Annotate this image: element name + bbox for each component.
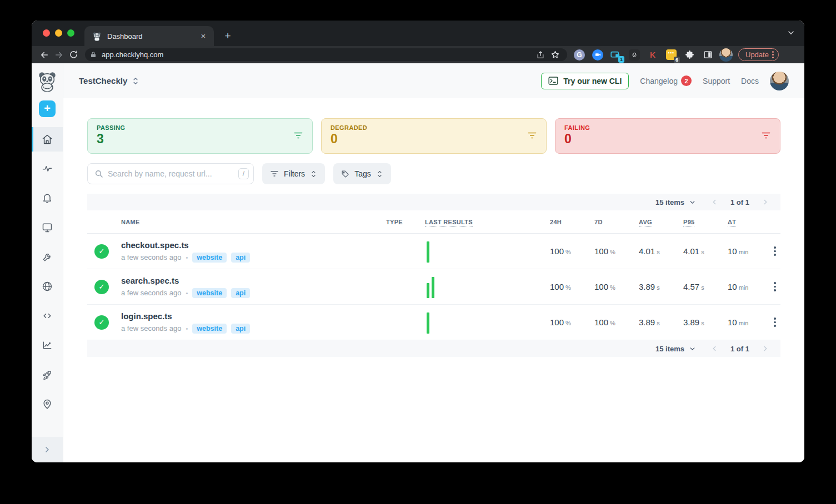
sidebar-item-maintenance-wrench[interactable]: [32, 245, 63, 269]
last-results-bars[interactable]: [425, 311, 550, 334]
table-row[interactable]: ✓ search.spec.ts a few seconds ago • web…: [87, 269, 780, 305]
failing-count: 0: [564, 132, 771, 147]
sidebar-item-activity[interactable]: [32, 157, 63, 181]
extensions-row: G 1 K ⋯ 6: [573, 48, 733, 62]
last-results-bars[interactable]: [425, 276, 550, 298]
table-row[interactable]: ✓ checkout.spec.ts a few seconds ago • w…: [87, 234, 780, 269]
degraded-card[interactable]: DEGRADED 0: [321, 118, 547, 154]
metric-p95: 4.01s: [683, 246, 728, 256]
next-page-button[interactable]: [762, 345, 769, 352]
screen-share-extension-icon[interactable]: 1: [609, 48, 623, 62]
column-last-results: LAST RESULTS: [425, 219, 550, 225]
close-window-button[interactable]: [43, 29, 50, 37]
metric-24h: 100%: [550, 282, 594, 292]
tag-website[interactable]: website: [192, 288, 227, 298]
metric-p95: 3.89s: [683, 317, 728, 327]
passing-card[interactable]: PASSING 3: [87, 118, 313, 154]
filter-funnel-icon: [527, 131, 537, 140]
chevrons-up-down-icon: [310, 170, 317, 178]
sidebar-item-getting-started-rocket[interactable]: [32, 362, 63, 387]
back-button[interactable]: [37, 48, 52, 62]
zoom-extension-icon[interactable]: [591, 48, 604, 62]
check-name-link[interactable]: checkout.spec.ts: [121, 240, 386, 250]
notes-extension-icon[interactable]: ⋯ 6: [664, 48, 678, 62]
sidebar-item-alerts-bell[interactable]: [32, 186, 63, 210]
account-switcher[interactable]: TestCheckly: [79, 76, 139, 85]
notes-badge: 6: [674, 57, 680, 63]
sidebar-item-home[interactable]: [32, 127, 63, 152]
zoom-window-button[interactable]: [67, 29, 74, 37]
try-cli-button[interactable]: Try our new CLI: [541, 73, 629, 89]
prev-page-button[interactable]: [710, 198, 718, 206]
search-icon: [94, 169, 103, 178]
tag-api[interactable]: api: [231, 288, 250, 298]
docs-link[interactable]: Docs: [741, 77, 759, 85]
extensions-puzzle-icon[interactable]: [683, 48, 696, 62]
filter-funnel-icon: [293, 131, 303, 140]
items-per-page-dropdown[interactable]: 15 items: [655, 198, 696, 206]
sidebar-expand-chevron[interactable]: [32, 437, 63, 462]
metric-dt: 10min: [728, 246, 769, 256]
browser-window: Dashboard × + app.checklyhq.com: [32, 21, 804, 462]
search-shortcut-key: /: [238, 168, 249, 179]
tag-website[interactable]: website: [192, 324, 227, 334]
tab-close-icon[interactable]: ×: [198, 31, 208, 41]
browser-profile-avatar[interactable]: [719, 48, 733, 62]
kagi-extension-icon[interactable]: K: [646, 48, 659, 62]
browser-tab-dashboard[interactable]: Dashboard ×: [84, 26, 214, 46]
sidebar-item-private-locations-globe[interactable]: [32, 274, 63, 299]
degraded-count: 0: [331, 132, 537, 147]
tab-search-chevron-icon[interactable]: [787, 28, 795, 37]
app-header: TestCheckly Try our new CLI Changelog 2 …: [63, 63, 804, 98]
row-menu-kebab[interactable]: [769, 282, 780, 291]
layers-extension-icon[interactable]: [628, 48, 641, 62]
metric-avg: 3.89s: [639, 282, 683, 292]
side-panel-icon[interactable]: [701, 48, 714, 62]
bookmark-star-icon[interactable]: [548, 48, 562, 62]
tags-dropdown-button[interactable]: Tags: [333, 163, 391, 184]
table-row[interactable]: ✓ login.spec.ts a few seconds ago • webs…: [87, 305, 780, 340]
tag-api[interactable]: api: [231, 253, 250, 263]
filter-funnel-icon: [761, 131, 771, 140]
tag-api[interactable]: api: [231, 324, 250, 334]
forward-button[interactable]: [52, 48, 66, 62]
row-menu-kebab[interactable]: [769, 317, 780, 327]
sidebar-nav: [32, 127, 63, 421]
reload-button[interactable]: [66, 48, 81, 62]
status-passing-icon: ✓: [94, 244, 109, 259]
check-name-link[interactable]: search.spec.ts: [121, 276, 386, 285]
changelog-link[interactable]: Changelog 2: [640, 75, 692, 86]
tag-website[interactable]: website: [192, 253, 227, 263]
next-page-button[interactable]: [762, 198, 769, 206]
check-name-link[interactable]: login.spec.ts: [121, 311, 386, 321]
search-input[interactable]: [108, 169, 238, 178]
last-results-bars[interactable]: [425, 240, 550, 263]
lock-icon: [90, 51, 97, 58]
address-bar[interactable]: app.checklyhq.com: [85, 48, 567, 61]
passing-count: 3: [97, 132, 303, 147]
failing-card[interactable]: FAILING 0: [555, 118, 780, 154]
sidebar-item-snippets-code[interactable]: [32, 304, 63, 328]
prev-page-button[interactable]: [710, 345, 718, 352]
search-box[interactable]: /: [87, 163, 254, 184]
column-type: TYPE: [386, 219, 425, 225]
browser-menu-kebab-icon[interactable]: [772, 51, 774, 58]
sidebar-item-locations-pin[interactable]: [32, 392, 63, 416]
create-check-button[interactable]: +: [39, 100, 56, 117]
sidebar-item-dashboards-monitor[interactable]: [32, 215, 63, 240]
new-tab-button[interactable]: +: [221, 29, 235, 43]
items-per-page-dropdown[interactable]: 15 items: [655, 345, 696, 353]
grammarly-extension-icon[interactable]: G: [573, 48, 586, 62]
support-link[interactable]: Support: [703, 77, 730, 85]
checkly-logo[interactable]: [37, 70, 58, 92]
user-avatar[interactable]: [770, 72, 789, 90]
check-last-updated: a few seconds ago: [121, 253, 181, 261]
metric-avg: 3.89s: [639, 317, 683, 327]
share-icon[interactable]: [533, 48, 548, 62]
update-chrome-button[interactable]: Update: [738, 48, 779, 61]
filters-dropdown-button[interactable]: Filters: [262, 163, 325, 184]
minimize-window-button[interactable]: [55, 29, 62, 37]
row-menu-kebab[interactable]: [769, 246, 780, 256]
sidebar-item-analytics-chart[interactable]: [32, 333, 63, 357]
separator-dot: •: [186, 254, 188, 261]
